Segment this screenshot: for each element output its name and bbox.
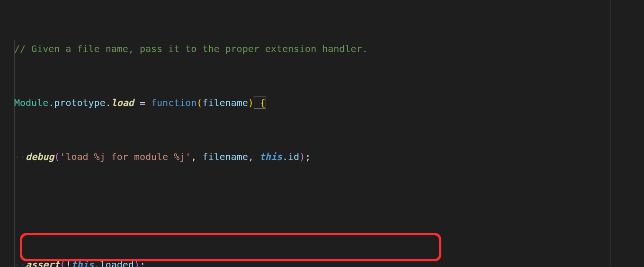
code-line[interactable]: // Given a file name, pass it to the pro… <box>14 40 644 58</box>
code-line[interactable]: ··debug('load %j for module %j', filenam… <box>14 148 644 166</box>
code-line-blank[interactable] <box>14 202 644 220</box>
code-line[interactable]: ··assert(!this.loaded); <box>14 256 644 267</box>
comment: // Given a file name, pass it to the pro… <box>14 43 368 54</box>
code-editor[interactable]: // Given a file name, pass it to the pro… <box>0 0 644 267</box>
class-name: Module <box>14 97 48 108</box>
bracket-match: { <box>254 97 266 109</box>
code-line[interactable]: Module.prototype.load = function(filenam… <box>14 94 644 112</box>
